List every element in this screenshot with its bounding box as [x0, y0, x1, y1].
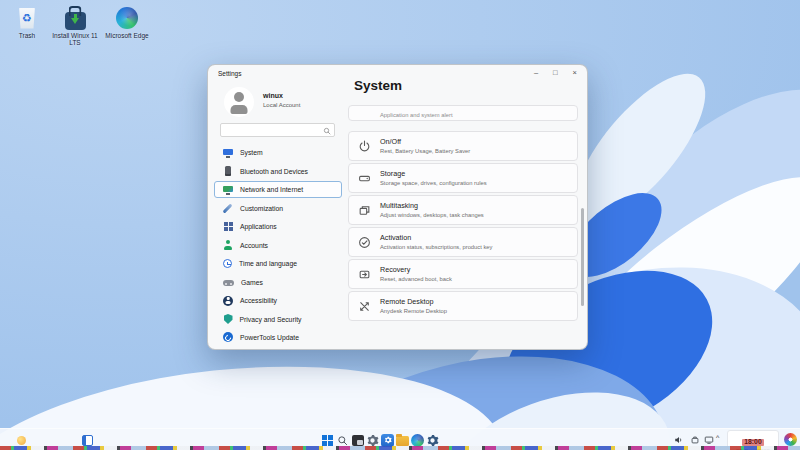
settings-row-storage[interactable]: Storage Storage space, drives, configura… [348, 163, 578, 193]
row-title: Storage [380, 169, 405, 178]
sidebar-item-powertools-update[interactable]: PowerTools Update [214, 329, 342, 346]
update-ring-icon [223, 332, 233, 342]
search-icon [337, 435, 348, 446]
settings-row-activation[interactable]: Activation Activation status, subscripti… [348, 227, 578, 257]
sidebar-item-label: Time and language [239, 260, 297, 267]
sidebar-item-label: Customization [240, 205, 283, 212]
sidebar-item-label: PowerTools Update [240, 334, 299, 341]
gear-icon [384, 436, 392, 444]
sidebar-item-label: System [240, 149, 263, 156]
edge-logo-icon [411, 434, 424, 447]
row-title: Recovery [380, 265, 410, 274]
recovery-icon [358, 268, 371, 281]
window-title: Settings [218, 70, 242, 77]
desktop-icon-edge[interactable]: Microsoft Edge [102, 6, 152, 39]
close-button[interactable]: × [573, 65, 577, 81]
clock-icon [223, 259, 232, 268]
app-grid-icon [223, 222, 233, 232]
bluetooth-device-icon [225, 166, 231, 176]
brush-icon [223, 203, 233, 213]
row-title: Multitasking [380, 201, 418, 210]
row-subtitle: Adjust windows, desktops, task changes [380, 212, 484, 218]
sidebar-item-network-internet[interactable]: Network and Internet [214, 181, 342, 198]
row-subtitle: Application and system alert [380, 112, 453, 118]
page-title: System [354, 78, 402, 93]
settings-row-recovery[interactable]: Recovery Reset, advanced boot, back [348, 259, 578, 289]
sidebar-item-label: Network and Internet [240, 186, 303, 193]
shield-icon [224, 314, 233, 324]
gamepad-icon [223, 280, 234, 287]
sidebar-search[interactable] [220, 123, 335, 137]
gear-icon [366, 434, 379, 447]
sidebar-item-label: Privacy and Security [240, 316, 302, 323]
volume-icon[interactable] [674, 435, 684, 445]
power-icon [358, 140, 371, 153]
desktop-icon-label: Trash [2, 32, 52, 39]
sidebar-nav: System Bluetooth and Devices Network and… [214, 144, 342, 347]
check-circle-icon [358, 236, 371, 249]
maximize-button[interactable]: □ [553, 65, 558, 81]
settings-row-remote-desktop[interactable]: Remote Desktop Anydesk Remote Desktop [348, 291, 578, 321]
content-scrollbar[interactable] [581, 208, 584, 306]
row-title: On/Off [380, 137, 401, 146]
settings-window: Settings – □ × winux Local Account Syste… [207, 64, 588, 350]
crossed-arrows-icon [358, 300, 371, 313]
search-input[interactable] [224, 125, 322, 137]
desktop-icon-label: Microsoft Edge [102, 32, 152, 39]
row-subtitle: Reset, advanced boot, back [380, 276, 452, 282]
sidebar-item-label: Games [241, 279, 263, 286]
start-icon [322, 435, 333, 446]
search-icon [323, 127, 331, 135]
sidebar-item-time-language[interactable]: Time and language [214, 255, 342, 272]
sidebar-item-label: Applications [240, 223, 277, 230]
sidebar-item-privacy-security[interactable]: Privacy and Security [214, 310, 342, 327]
glitch-artifact-strip [0, 446, 800, 450]
row-subtitle: Activation status, subscriptions, produc… [380, 244, 492, 250]
sidebar-item-accounts[interactable]: Accounts [214, 236, 342, 253]
account-name: winux [263, 92, 283, 99]
minimize-button[interactable]: – [534, 65, 538, 81]
weather-icon [17, 436, 26, 445]
sidebar-item-games[interactable]: Games [214, 273, 342, 290]
task-view-icon [352, 435, 364, 446]
row-subtitle: Rest, Battery Usage, Battery Saver [380, 148, 470, 154]
network-monitor-icon [223, 185, 233, 195]
row-title: Activation [380, 233, 411, 242]
sidebar-item-label: Bluetooth and Devices [240, 168, 308, 175]
tray-caret[interactable]: ^ [716, 434, 719, 441]
sidebar-item-customization[interactable]: Customization [214, 199, 342, 216]
system-monitor-icon [223, 148, 233, 158]
stacked-windows-icon [358, 204, 371, 217]
desktop-icon-trash[interactable]: ♻ Trash [2, 6, 52, 39]
sidebar-item-accessibility[interactable]: Accessibility [214, 292, 342, 309]
sidebar-item-label: Accounts [240, 242, 268, 249]
desktop-icon-label: Install Winux 11 LTS [50, 32, 100, 47]
settings-row-clipped-top[interactable]: Application and system alert [348, 105, 578, 121]
row-title: Remote Desktop [380, 297, 434, 306]
recycle-bin-icon: ♻ [18, 8, 36, 29]
edge-logo-icon [116, 7, 138, 29]
sidebar-item-bluetooth-devices[interactable]: Bluetooth and Devices [214, 162, 342, 179]
settings-row-multitasking[interactable]: Multitasking Adjust windows, desktops, t… [348, 195, 578, 225]
bag-icon[interactable] [690, 435, 700, 445]
row-subtitle: Anydesk Remote Desktop [380, 308, 447, 314]
gear-icon [426, 434, 439, 447]
folder-icon [396, 436, 409, 446]
person-icon [223, 240, 233, 250]
desktop-icon-installer[interactable]: Install Winux 11 LTS [50, 6, 100, 47]
installer-shield-icon [65, 12, 86, 30]
color-wheel-icon[interactable] [784, 433, 797, 446]
sidebar-item-label: Accessibility [240, 297, 277, 304]
drive-icon [358, 172, 371, 185]
accessibility-icon [223, 296, 233, 306]
widgets-icon [82, 435, 93, 446]
sidebar-item-system[interactable]: System [214, 144, 342, 161]
user-avatar[interactable] [224, 87, 254, 117]
row-subtitle: Storage space, drives, configuration rul… [380, 180, 487, 186]
store-icon [381, 434, 394, 447]
display-icon[interactable] [704, 435, 714, 445]
sidebar-item-applications[interactable]: Applications [214, 218, 342, 235]
account-type: Local Account [263, 102, 300, 108]
settings-row-on-off[interactable]: On/Off Rest, Battery Usage, Battery Save… [348, 131, 578, 161]
